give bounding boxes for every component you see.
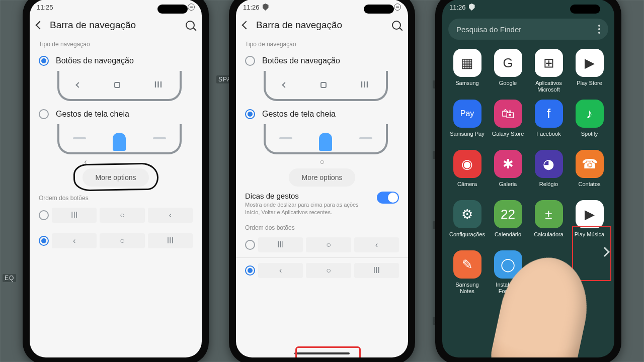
back-glyph-icon [75, 82, 81, 87]
radio-icon [39, 56, 49, 66]
gesture-bar-center-icon [113, 133, 126, 151]
app-spotify[interactable]: ♪Spotify [571, 100, 608, 143]
divider [30, 228, 202, 228]
gesture-hints-row[interactable]: Dicas de gestos Mostra onde deslizar par… [236, 191, 408, 221]
app-label: Google [499, 80, 517, 92]
radio-icon [245, 56, 255, 66]
gesture-preview [57, 124, 182, 154]
app-icon: ✎ [453, 250, 481, 279]
app-calendário[interactable]: 22Calendário [489, 200, 527, 243]
shield-icon [263, 4, 269, 11]
app-icon: ▶ [576, 200, 604, 228]
order-glyph: III [52, 208, 97, 223]
section-button-order: Ordem dos botões [236, 221, 408, 234]
app-icon: ◕ [535, 150, 563, 178]
app-label: Galeria [499, 181, 517, 193]
clock: 11:26 [449, 4, 466, 11]
app-contatos[interactable]: ☎Contatos [571, 150, 608, 193]
app-label: Spotify [581, 131, 598, 143]
app-câmera[interactable]: ◉Câmera [448, 150, 486, 193]
section-nav-type: Tipo de navegação [236, 38, 408, 51]
radio-icon [245, 265, 255, 276]
settings-header: Barra de navegação [236, 15, 408, 38]
gesture-hints-title: Dicas de gestos [245, 192, 361, 200]
home-glyph-icon [114, 82, 120, 88]
section-nav-type: Tipo de navegação [30, 38, 202, 51]
back-icon[interactable] [242, 21, 251, 30]
order-glyph: ○ [100, 233, 144, 248]
option-gestures[interactable]: Gestos de tela cheia [236, 104, 408, 124]
phone-frame-3: 11:26 Pesquisa do Finder ▦SamsungGGoogle… [435, 0, 621, 362]
order-option-1[interactable]: III ○ ‹ [30, 205, 202, 226]
pager-indicator: ○ [236, 157, 408, 166]
app-icon: 22 [494, 200, 522, 228]
app-galeria[interactable]: ✱Galeria [489, 150, 527, 193]
screen-3: 11:26 Pesquisa do Finder ▦SamsungGGoogle… [442, 0, 614, 357]
order-option-2[interactable]: ‹ ○ III [236, 260, 408, 281]
radio-icon [39, 210, 49, 220]
app-icon: Pay [453, 100, 481, 128]
app-relógio[interactable]: ◕Relógio [530, 150, 568, 193]
gesture-bar-icon [153, 137, 166, 139]
search-icon[interactable] [186, 21, 195, 30]
app-samsung[interactable]: ▦Samsung [448, 49, 486, 93]
radio-icon [245, 109, 255, 119]
app-aplicativos-microsoft[interactable]: ⊞Aplicativos Microsoft [530, 49, 568, 93]
back-icon[interactable] [36, 21, 44, 30]
home-glyph-icon [320, 82, 327, 88]
app-configurações[interactable]: ⚙Configurações [448, 200, 486, 243]
dnd-icon [394, 4, 401, 11]
gesture-hints-toggle[interactable] [377, 192, 399, 204]
app-play-store[interactable]: ▶Play Store [571, 49, 608, 93]
search-placeholder: Pesquisa do Finder [456, 25, 521, 34]
order-glyph: ○ [100, 208, 144, 223]
app-facebook[interactable]: fFacebook [530, 100, 568, 143]
app-label: Galaxy Store [492, 131, 524, 143]
app-label: Configurações [449, 231, 485, 243]
finder-search[interactable]: Pesquisa do Finder [448, 19, 608, 40]
app-icon: G [494, 49, 522, 77]
app-label: Relógio [539, 181, 558, 193]
app-label: Calculadora [534, 231, 564, 243]
option-nav-buttons[interactable]: Botões de navegação [236, 51, 408, 71]
app-calculadora[interactable]: ±Calculadora [530, 200, 568, 243]
page-title: Barra de navegação [256, 20, 342, 31]
camera-cutout [157, 5, 188, 14]
search-icon[interactable] [392, 21, 401, 30]
option-label: Gestos de tela cheia [262, 110, 336, 119]
more-options-button[interactable]: More options [289, 168, 356, 187]
gesture-bar-icon [73, 137, 86, 139]
order-glyph: ○ [306, 237, 351, 252]
back-glyph-icon [282, 82, 287, 87]
more-menu-icon[interactable] [598, 25, 600, 34]
order-glyph: III [148, 233, 193, 248]
clock: 11:25 [37, 4, 53, 11]
order-option-2[interactable]: ‹ ○ III [30, 230, 202, 251]
app-label: Aplicativos Microsoft [530, 80, 568, 93]
gesture-bar-center-icon [319, 133, 332, 151]
option-nav-buttons[interactable]: Botões de navegação [30, 51, 202, 71]
nav-buttons-preview: III [264, 71, 388, 101]
app-icon: ◉ [453, 150, 481, 178]
app-samsung-pay[interactable]: PaySamsung Pay [448, 100, 486, 143]
app-label: Samsung Notes [448, 282, 486, 294]
app-samsung-notes[interactable]: ✎Samsung Notes [448, 250, 486, 294]
order-option-1[interactable]: III ○ ‹ [236, 234, 408, 255]
order-glyph: ‹ [52, 233, 97, 248]
option-label: Gestos de tela cheia [56, 110, 129, 119]
recents-glyph-icon: III [154, 80, 163, 89]
more-options-button[interactable]: More options [83, 168, 149, 187]
option-label: Botões de navegação [56, 56, 134, 65]
app-galaxy-store[interactable]: 🛍Galaxy Store [489, 100, 527, 143]
radio-icon [245, 240, 255, 250]
recents-glyph-icon: III [361, 80, 369, 89]
dnd-icon [188, 4, 195, 11]
section-button-order: Ordem dos botões [30, 192, 202, 205]
settings-header: Barra de navegação [30, 15, 202, 38]
app-icon: 🛍 [494, 100, 522, 128]
app-google[interactable]: GGoogle [489, 49, 527, 93]
clock: 11:26 [243, 4, 260, 11]
screen-2: 11:26 Barra de navegação Tipo de navegaç… [236, 0, 408, 357]
option-gestures[interactable]: Gestos de tela cheia [30, 104, 202, 124]
app-icon: ▶ [576, 49, 604, 77]
